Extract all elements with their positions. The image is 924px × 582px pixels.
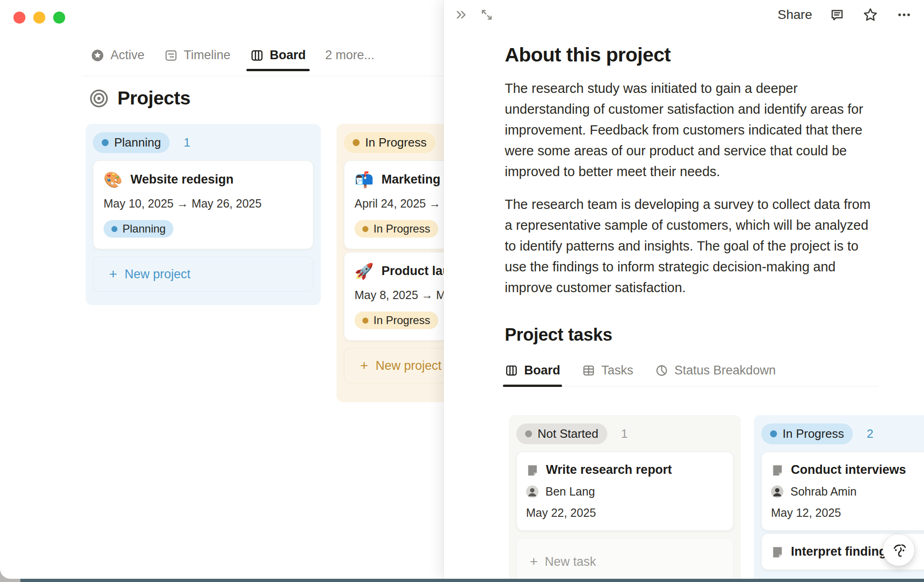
status-label: Planning <box>122 222 165 235</box>
status-dot <box>102 139 109 146</box>
ben-lang-avatar <box>526 485 538 498</box>
new-project-button[interactable]: + New project <box>93 257 313 292</box>
task-tab-label: Status Breakdown <box>674 363 776 378</box>
view-tab-label: Board <box>270 48 306 62</box>
project-card-website-redesign[interactable]: 🎨 Website redesign May 10, 2025 → May 26… <box>93 160 313 249</box>
status-dot <box>111 226 117 232</box>
about-paragraph-1: The research study was initiated to gain… <box>505 78 872 182</box>
task-due-date: May 12, 2025 <box>771 506 924 520</box>
ai-face-icon <box>889 540 908 560</box>
status-label: In Progress <box>365 135 427 150</box>
status-pill-in-progress[interactable]: In Progress <box>761 423 853 444</box>
notion-ai-button[interactable] <box>883 534 914 566</box>
status-pill-not-started[interactable]: Not Started <box>516 423 607 444</box>
plus-icon: + <box>360 359 368 373</box>
expand-page-icon[interactable] <box>479 7 494 22</box>
page-body: About this project The research study wa… <box>505 0 902 386</box>
view-tab-more[interactable]: 2 more... <box>325 48 375 70</box>
project-card-title: Product lau <box>381 264 450 278</box>
status-dot <box>353 139 360 146</box>
column-count: 2 <box>867 427 873 441</box>
star-circle-icon <box>91 49 104 62</box>
project-card-dates: May 10, 2025 → May 26, 2025 <box>104 197 303 210</box>
task-card-title: Interpret findings <box>791 545 893 559</box>
section-heading-about: About this project <box>505 43 902 66</box>
status-label: In Progress <box>373 222 430 235</box>
project-card-title: Website redesign <box>130 172 233 187</box>
column-count: 1 <box>184 135 190 150</box>
task-tab-label: Board <box>524 363 560 378</box>
desktop-edge-strip <box>20 579 924 582</box>
project-card-status-tag: In Progress <box>355 220 438 238</box>
board-icon <box>505 364 518 377</box>
rocket-emoji-icon: 🚀 <box>355 263 373 279</box>
task-card-write-research-report[interactable]: Write research report Ben Lang May 22, 2… <box>516 452 734 531</box>
column-header: Planning 1 <box>89 128 317 158</box>
page-title: Projects <box>117 87 190 109</box>
page-peek-panel: Share About this project The research st… <box>444 0 924 579</box>
board-column-planning: Planning 1 🎨 Website redesign May 10, 20… <box>86 124 321 305</box>
palette-emoji-icon: 🎨 <box>104 172 122 187</box>
section-heading-project-tasks: Project tasks <box>505 325 902 345</box>
project-card-status-tag: In Progress <box>355 312 438 329</box>
status-pill-in-progress[interactable]: In Progress <box>344 132 435 153</box>
new-project-label: New project <box>125 267 191 282</box>
status-pill-planning[interactable]: Planning <box>93 132 170 153</box>
zoom-window-button[interactable] <box>53 12 65 24</box>
view-tab-active[interactable]: Active <box>91 48 145 70</box>
assignee-name: Ben Lang <box>545 485 595 498</box>
table-icon <box>582 364 595 377</box>
task-card-title: Conduct interviews <box>791 463 906 477</box>
column-count: 1 <box>621 427 628 441</box>
mailbox-emoji-icon: 📬 <box>355 172 373 187</box>
page-header: Projects <box>89 87 190 109</box>
task-due-date: May 22, 2025 <box>526 506 724 520</box>
status-dot <box>770 430 777 437</box>
task-card-title: Write research report <box>546 463 672 477</box>
new-task-button[interactable]: + New task <box>516 538 734 579</box>
task-card-conduct-interviews[interactable]: Conduct interviews Sohrab Amin May 12, 2… <box>761 452 924 531</box>
timeline-icon <box>164 49 178 62</box>
tasks-board: Not Started 1 Write research report <box>509 415 924 579</box>
collapse-panel-icon[interactable] <box>453 7 469 23</box>
status-dot <box>525 430 532 437</box>
assignee-name: Sohrab Amin <box>790 485 857 498</box>
task-tab-board[interactable]: Board <box>505 363 560 386</box>
window-controls <box>13 12 65 24</box>
status-label: Planning <box>114 135 161 150</box>
task-tab-label: Tasks <box>601 363 633 378</box>
plus-icon: + <box>530 555 538 569</box>
plus-icon: + <box>109 267 117 281</box>
page-icon <box>526 464 539 477</box>
project-card-title: Marketing c <box>381 172 451 187</box>
status-dot <box>362 226 368 232</box>
task-tab-tasks[interactable]: Tasks <box>582 363 633 386</box>
task-view-tabs: Board Tasks Status Breakdown <box>505 363 878 386</box>
tabbar-divider <box>81 76 445 76</box>
app-window: Active Timeline Board 2 more... <box>0 0 924 579</box>
view-tab-timeline[interactable]: Timeline <box>164 48 231 70</box>
sohrab-amin-avatar <box>771 485 783 498</box>
new-task-label: New task <box>545 555 596 569</box>
database-view-tabs: Active Timeline Board 2 more... <box>91 48 374 70</box>
project-card-status-tag: Planning <box>104 220 173 238</box>
close-window-button[interactable] <box>13 12 25 24</box>
new-project-label: New project <box>376 359 442 373</box>
view-tab-board[interactable]: Board <box>250 48 306 70</box>
task-tab-status-breakdown[interactable]: Status Breakdown <box>655 363 776 386</box>
status-label: In Progress <box>373 314 430 327</box>
status-label: In Progress <box>783 427 844 441</box>
task-column-not-started: Not Started 1 Write research report <box>509 415 741 579</box>
status-label: Not Started <box>538 427 599 441</box>
notion-app-window: Active Timeline Board 2 more... <box>0 0 924 582</box>
minimize-window-button[interactable] <box>33 12 45 24</box>
board-icon <box>250 49 264 62</box>
page-icon <box>771 545 784 558</box>
target-icon <box>89 88 109 109</box>
column-header: In Progress 2 <box>758 419 924 449</box>
pie-chart-icon <box>655 364 668 377</box>
page-icon <box>771 464 784 477</box>
status-dot <box>362 318 368 324</box>
about-paragraph-2: The research team is developing a survey… <box>505 194 872 298</box>
view-tab-label: Active <box>110 48 145 62</box>
